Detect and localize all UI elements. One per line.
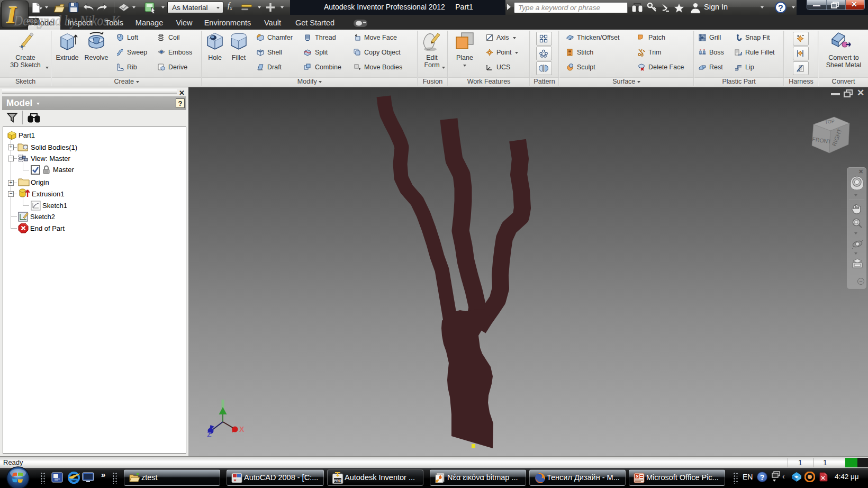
- svg-text:X: X: [239, 425, 245, 433]
- svg-text:PRO: PRO: [334, 479, 341, 483]
- svg-text:Z: Z: [207, 430, 212, 439]
